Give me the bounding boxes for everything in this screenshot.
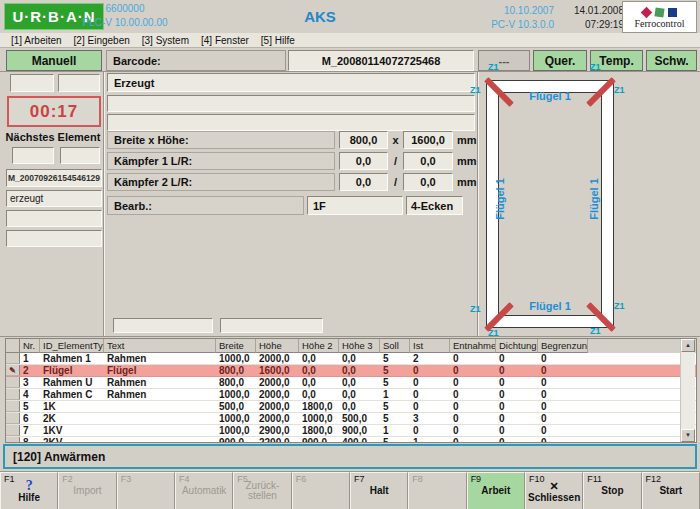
left-field-6[interactable] [6, 230, 102, 247]
divider [103, 72, 105, 336]
table-cell: 0 [450, 365, 496, 376]
table-cell: 1 [380, 425, 410, 436]
menu-item-system[interactable]: [3] System [137, 35, 196, 46]
size-label: Breite x Höhe: [107, 131, 335, 149]
row-selector [6, 437, 20, 443]
left-field-4[interactable] [60, 147, 100, 164]
menu-item-arbeiten[interactable]: [1] Arbeiten [6, 35, 69, 46]
bearb-mode[interactable]: 4-Ecken [406, 196, 463, 215]
schw-button[interactable]: Schw. [646, 50, 697, 71]
table-column-header[interactable]: Höhe 2 [299, 339, 339, 353]
wing-label-top: Flügel 1 [498, 90, 602, 102]
table-cell: 0 [496, 413, 538, 424]
table-row[interactable]: 1Rahmen 1Rahmen1000,02000,00,00,052000 [6, 353, 696, 365]
bearb-value[interactable]: 1F [307, 196, 403, 215]
table-cell: 1KV [40, 425, 104, 436]
menu-item-hilfe[interactable]: [5] Hilfe [256, 35, 302, 46]
table-cell: 1000,0 [216, 353, 256, 364]
table-row[interactable]: 82KV900,02200,0900,0400,051000 [6, 437, 696, 443]
table-cell: 6 [20, 413, 40, 424]
table-column-header[interactable]: ID_ElementTyp [40, 339, 104, 353]
table-cell: 2200,0 [256, 437, 299, 443]
detail-bottom-field-2[interactable] [220, 318, 323, 333]
cycle-timer: 00:17 [7, 96, 101, 127]
table-column-header[interactable]: Entnahme [450, 339, 496, 353]
kaempfer2-left-value[interactable]: 0,0 [339, 173, 388, 191]
table-row[interactable]: 62K1000,02000,01000,0500,053000 [6, 413, 696, 425]
table-cell: 1000,0 [299, 413, 339, 424]
window-frame-inner [498, 92, 602, 316]
machine-info: 6600000 PLC-V 10.00.00.00 [60, 2, 190, 30]
left-field-2[interactable] [58, 74, 100, 92]
table-cell: 3 [20, 377, 40, 388]
scroll-up-icon[interactable]: ▲ [681, 339, 695, 352]
table-row[interactable]: 3Rahmen URahmen800,02000,00,00,050000 [6, 377, 696, 389]
fkey-f1[interactable]: F1?Hilfe [0, 472, 58, 509]
table-column-header[interactable]: Text [104, 339, 216, 353]
left-field-1[interactable] [10, 74, 54, 92]
table-column-header[interactable]: Höhe [256, 339, 299, 353]
menu-item-eingeben[interactable]: [2] Eingeben [69, 35, 137, 46]
table-cell: 2KV [40, 437, 104, 443]
table-column-header[interactable]: Ist [410, 339, 450, 353]
table-cell: 0 [410, 401, 450, 412]
kaempfer1-left-value[interactable]: 0,0 [339, 152, 388, 170]
scroll-down-icon[interactable]: ▼ [681, 429, 695, 442]
app-title: AKS [280, 8, 360, 25]
table-cell: 0,0 [339, 353, 380, 364]
menu-item-fenster[interactable]: [4] Fenster [196, 35, 256, 46]
table-column-header[interactable]: Breite [216, 339, 256, 353]
ferrocontrol-label: Ferrocontrol [635, 18, 685, 29]
table-column-header[interactable]: Höhe 3 [339, 339, 380, 353]
zone-label: Z1 [470, 305, 481, 314]
fkey-label: Schliessen [528, 493, 580, 503]
table-cell: 0 [450, 401, 496, 412]
mode-button[interactable]: Manuell [6, 50, 102, 71]
table-cell: 0,0 [299, 389, 339, 400]
zone-label: Z1 [590, 63, 601, 72]
detail-bottom-field-1[interactable] [113, 318, 213, 333]
fkey-f7[interactable]: F7Halt [350, 472, 408, 509]
detail-field-2[interactable] [107, 114, 475, 131]
fkey-f10[interactable]: F10✕Schliessen [525, 472, 583, 509]
table-row[interactable]: 51K500,02000,01800,00,050000 [6, 401, 696, 413]
fkey-f11[interactable]: F11Stop [583, 472, 641, 509]
kaempfer1-separator: / [389, 152, 402, 170]
table-cell: 0,0 [299, 365, 339, 376]
table-cell: 2000,0 [256, 401, 299, 412]
table-column-header[interactable]: Soll [380, 339, 410, 353]
divider [477, 72, 479, 336]
table-cell: 0 [450, 353, 496, 364]
table-cell: 1 [410, 437, 450, 443]
kaempfer2-right-value[interactable]: 0,0 [403, 173, 453, 191]
left-field-5[interactable] [6, 210, 102, 227]
table-column-header[interactable]: Nr. [20, 339, 40, 353]
fkey-f12[interactable]: F12Start [642, 472, 700, 509]
table-cell: 5 [380, 401, 410, 412]
separator-button[interactable]: --- [478, 50, 530, 71]
table-column-header[interactable]: Begrenzung [538, 339, 588, 353]
fkey-f9[interactable]: F9Arbeit [467, 472, 525, 509]
table-column-header[interactable]: Dichtung [496, 339, 538, 353]
table-row[interactable]: ✎2FlügelFlügel800,01600,00,00,050000 [6, 365, 696, 377]
detail-field-1[interactable] [107, 95, 475, 112]
current-time: 07:29:19 [562, 18, 624, 32]
table-cell: 0 [496, 401, 538, 412]
table-cell: 0 [538, 365, 588, 376]
table-row[interactable]: 71KV1000,02900,01800,0900,010000 [6, 425, 696, 437]
table-cell: 900,0 [299, 437, 339, 443]
table-cell: 1000,0 [216, 413, 256, 424]
table-cell: 0 [410, 389, 450, 400]
left-field-3[interactable] [12, 147, 54, 164]
quer-button[interactable]: Quer. [533, 50, 587, 71]
table-row[interactable]: 4Rahmen CRahmen1000,02000,00,00,010000 [6, 389, 696, 401]
width-value[interactable]: 800,0 [339, 131, 388, 149]
table-cell: 5 [380, 365, 410, 376]
table-cell: 5 [380, 353, 410, 364]
barcode-input[interactable]: M_20080114072725468 [288, 50, 474, 71]
height-value[interactable]: 1600,0 [403, 131, 453, 149]
fkey-f2: F2Import [58, 472, 116, 509]
kaempfer1-right-value[interactable]: 0,0 [403, 152, 453, 170]
fkey-label: Arbeit [481, 486, 510, 496]
table-scrollbar[interactable]: ▲ ▼ [680, 339, 695, 442]
